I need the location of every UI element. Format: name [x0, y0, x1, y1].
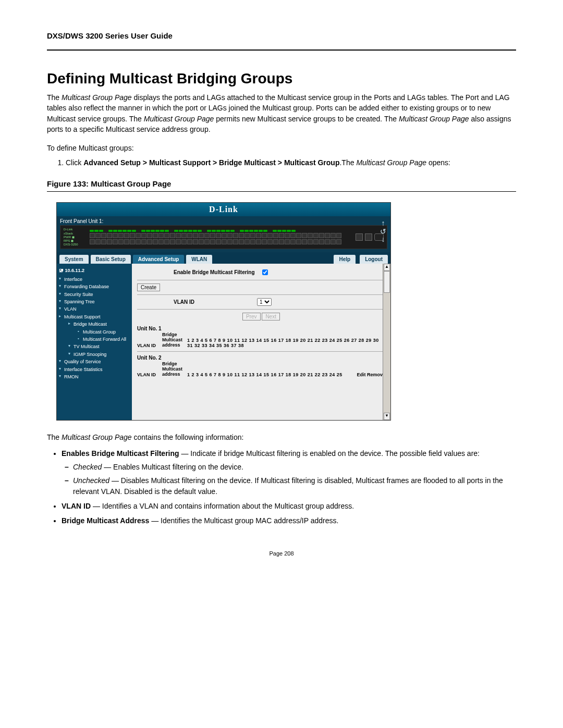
rj45-port-icon [262, 233, 267, 238]
tab-logout[interactable]: Logout [359, 254, 388, 264]
unit1-vlan-header: VLAN ID [137, 343, 161, 348]
port-led-icon [244, 230, 249, 232]
tree-quality-of-service[interactable]: Quality of Service [59, 358, 130, 365]
port-led-icon [226, 230, 230, 232]
rj45-port-icon [124, 239, 129, 244]
screenshot-multicast-group-page: D-Link Front Panel Unit 1: D-Link xStack… [56, 202, 391, 421]
port-led-icon [254, 230, 258, 232]
vlan-id-select[interactable]: 1 [257, 298, 272, 306]
tree-interface-statistics[interactable]: Interface Statistics [59, 366, 130, 373]
tree-vlan[interactable]: VLAN [59, 305, 130, 313]
scroll-up-icon[interactable]: ▲ [384, 264, 390, 271]
tab-advanced-setup[interactable]: Advanced Setup [132, 254, 185, 264]
tab-basic-setup[interactable]: Basic Setup [90, 254, 131, 264]
unit2-vlan-header: VLAN ID [137, 372, 161, 377]
rj45-port-icon [101, 239, 106, 244]
arrow-up-icon[interactable]: ↑ [380, 219, 386, 227]
rj45-port-icon [95, 233, 101, 238]
rj45-port-icon [176, 239, 181, 244]
rj45-port-icon [136, 233, 141, 238]
rj45-port-icon [319, 233, 324, 238]
tree-spanning-tree[interactable]: Spanning Tree [59, 298, 130, 305]
tab-help[interactable]: Help [333, 254, 356, 264]
rj45-port-icon [302, 239, 307, 244]
intro-paragraph: The Multicast Group Page displays the po… [47, 92, 516, 134]
rj45-port-icon [290, 239, 296, 244]
rj45-port-icon [113, 233, 118, 238]
tree-security-suite[interactable]: Security Suite [59, 291, 130, 298]
prev-button[interactable]: Prev [242, 313, 261, 320]
page-heading: Defining Multicast Bridging Groups [47, 70, 516, 87]
lead-text: To define Multicast groups: [47, 144, 516, 152]
rj45-port-icon [285, 233, 290, 238]
rj45-port-icon [113, 239, 118, 244]
rj45-port-icon [256, 233, 261, 238]
uplink-ports [356, 233, 384, 241]
rj45-port-icon [216, 233, 221, 238]
rj45-port-icon [193, 239, 198, 244]
port-led-icon [291, 230, 296, 232]
create-button[interactable]: Create [137, 283, 160, 291]
rj45-port-icon [199, 233, 204, 238]
content-scrollbar[interactable]: ▲ ▼ [383, 264, 390, 420]
rj45-port-icon [204, 239, 210, 244]
rj45-port-icon [130, 233, 135, 238]
port-led-icon [151, 230, 155, 232]
port-led-icon [273, 230, 277, 232]
port-led-icon [268, 230, 272, 232]
front-panel: Front Panel Unit 1: D-Link xStack PWR ◼ … [57, 216, 390, 252]
rj45-port-icon [181, 233, 187, 238]
tree-igmp-snooping[interactable]: IGMP Snooping [68, 351, 130, 358]
tree-bridge-multicast[interactable]: Bridge Multicast Multicast Group Multica… [68, 320, 130, 343]
rj45-port-icon [279, 239, 284, 244]
unit2-port-numbers: 1 2 3 4 5 6 7 8 9 10 11 12 13 14 15 16 1… [187, 372, 356, 377]
rj45-port-icon [141, 239, 146, 244]
arrow-down-icon[interactable]: ↓ [380, 236, 386, 243]
rj45-port-icon [267, 239, 273, 244]
tree-interface[interactable]: Interface [59, 276, 130, 283]
rj45-port-icon [313, 233, 319, 238]
post-figure-text: The Multicast Group Page contains the fo… [47, 432, 516, 442]
tab-system[interactable]: System [59, 254, 89, 264]
port-led-icon [277, 230, 282, 232]
scroll-thumb[interactable] [384, 271, 390, 293]
rj45-port-icon [227, 233, 232, 238]
rj45-port-icon [325, 233, 330, 238]
port-led-icon [94, 230, 99, 232]
rj45-port-icon [130, 239, 135, 244]
rj45-port-icon [158, 233, 164, 238]
port-led-icon [230, 230, 235, 232]
port-led-icon [263, 230, 267, 232]
tree-multicast-forward-all[interactable]: Multicast Forward All [78, 336, 130, 343]
next-button[interactable]: Next [262, 313, 280, 320]
switch-model-text: D-Link xStack PWR ◼ RPS ◼ DXS-3250 [64, 228, 87, 246]
unit1-bma-header: Bridge Multicast address [162, 332, 186, 348]
tree-multicast-group[interactable]: Multicast Group [78, 328, 130, 336]
rj45-port-icon [256, 239, 261, 244]
tree-rmon[interactable]: RMON [59, 373, 130, 380]
port-led-icon [249, 230, 253, 232]
sfp-port-icon [356, 233, 363, 241]
rj45-port-icon [164, 233, 169, 238]
rj45-port-icon [336, 233, 341, 238]
port-led-icon [104, 230, 108, 232]
rj45-port-icon [101, 233, 106, 238]
rj45-port-icon [181, 239, 187, 244]
port-led-icon [90, 230, 94, 232]
refresh-icon[interactable]: ↺ [380, 228, 386, 236]
port-led-icon [240, 230, 244, 232]
rj45-port-icon [279, 233, 284, 238]
rj45-port-icon [176, 233, 181, 238]
rj45-port-icon [107, 239, 112, 244]
rj45-port-icon [158, 239, 164, 244]
tree-forwarding-database[interactable]: Forwarding Database [59, 283, 130, 290]
tree-multicast-support[interactable]: Multicast Support Bridge Multicast Multi… [59, 313, 130, 358]
port-led-icon [198, 230, 202, 232]
scroll-down-icon[interactable]: ▼ [384, 413, 390, 420]
tab-wlan[interactable]: WLAN [186, 254, 213, 264]
tree-tv-multicast[interactable]: TV Multicast [68, 343, 130, 350]
enable-filtering-checkbox[interactable] [262, 269, 268, 275]
port-led-icon [127, 230, 131, 232]
front-panel-label: Front Panel Unit 1: [60, 218, 387, 224]
unit2-edit-remove[interactable]: Edit Remove [357, 372, 385, 377]
